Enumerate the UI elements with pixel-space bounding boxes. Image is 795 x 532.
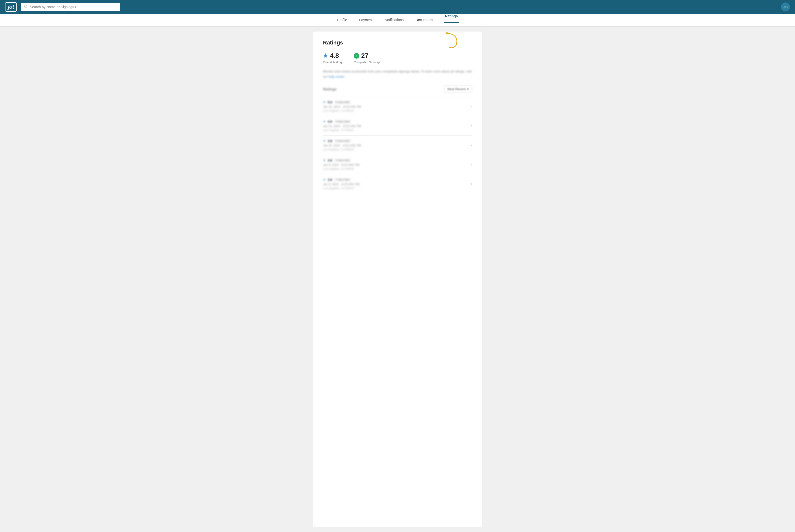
rating-row[interactable]: ★ 3.8 7 days later Jan 5, 2024 #123-456-…	[323, 174, 472, 193]
description-text: Monitor and review scorecards from your …	[323, 69, 472, 79]
chevron-right-icon: ›	[471, 162, 472, 167]
chevron-down-icon: ▾	[467, 87, 469, 91]
row-star-icon: ★	[323, 100, 326, 104]
svg-line-1	[26, 7, 27, 8]
content-card: Ratings ★ 4.8 Overall Rating ✓ 27 Comple…	[313, 32, 482, 527]
search-input[interactable]	[30, 5, 117, 9]
search-icon	[24, 4, 28, 10]
rating-row[interactable]: ★ 5.0 5 days later Jan 15, 2024 #123-456…	[323, 97, 472, 116]
row-star-icon: ★	[323, 139, 326, 142]
star-icon: ★	[323, 53, 328, 59]
tab-notifications[interactable]: Notifications	[383, 14, 404, 26]
svg-point-0	[24, 5, 27, 7]
tab-documents[interactable]: Documents	[415, 14, 434, 26]
row-star-icon: ★	[323, 178, 326, 181]
chevron-right-icon: ›	[471, 182, 472, 186]
ratings-list: ★ 5.0 5 days later Jan 15, 2024 #123-456…	[323, 97, 472, 193]
help-center-link[interactable]: help center	[328, 75, 344, 78]
tab-ratings[interactable]: Ratings	[444, 10, 459, 23]
page-title: Ratings	[323, 39, 472, 46]
rating-row[interactable]: ★ 3.8 2 days later Jan 15, 2024 #123-456…	[323, 135, 472, 155]
tab-payment[interactable]: Payment	[358, 14, 374, 26]
overall-rating-value: ★ 4.8	[323, 52, 342, 60]
ratings-list-title: Ratings	[323, 87, 337, 91]
annotation-container: Ratings	[444, 14, 459, 26]
header: jot JS	[0, 0, 795, 14]
page-wrapper: Ratings ★ 4.8 Overall Rating ✓ 27 Comple…	[0, 26, 795, 532]
completed-signings-value: ✓ 27	[354, 52, 380, 60]
search-bar[interactable]	[21, 3, 120, 11]
sort-dropdown[interactable]: Most Recent ▾	[444, 86, 472, 93]
stats-row: ★ 4.8 Overall Rating ✓ 27 Completed Sign…	[323, 52, 472, 64]
overall-rating-stat: ★ 4.8 Overall Rating	[323, 52, 342, 64]
rating-row[interactable]: ★ 3.8 4 days later Jan 9, 2024 #123-456-…	[323, 155, 472, 174]
row-star-icon: ★	[323, 120, 326, 123]
row-star-icon: ★	[323, 158, 326, 162]
nav: Profile Payment Notifications Documents …	[0, 14, 795, 26]
avatar: JS	[781, 2, 790, 12]
chevron-right-icon: ›	[471, 104, 472, 109]
check-icon: ✓	[354, 53, 359, 59]
logo: jot	[5, 2, 17, 12]
rating-row[interactable]: ★ 4.0 3 days later Jan 15, 2024 #123-456…	[323, 116, 472, 135]
tab-profile[interactable]: Profile	[336, 14, 348, 26]
overall-rating-label: Overall Rating	[323, 61, 342, 64]
completed-signings-label: Completed Signings	[354, 61, 380, 64]
chevron-right-icon: ›	[471, 124, 472, 128]
ratings-list-header: Ratings Most Recent ▾	[323, 86, 472, 93]
chevron-right-icon: ›	[471, 143, 472, 147]
completed-signings-stat: ✓ 27 Completed Signings	[354, 52, 380, 64]
